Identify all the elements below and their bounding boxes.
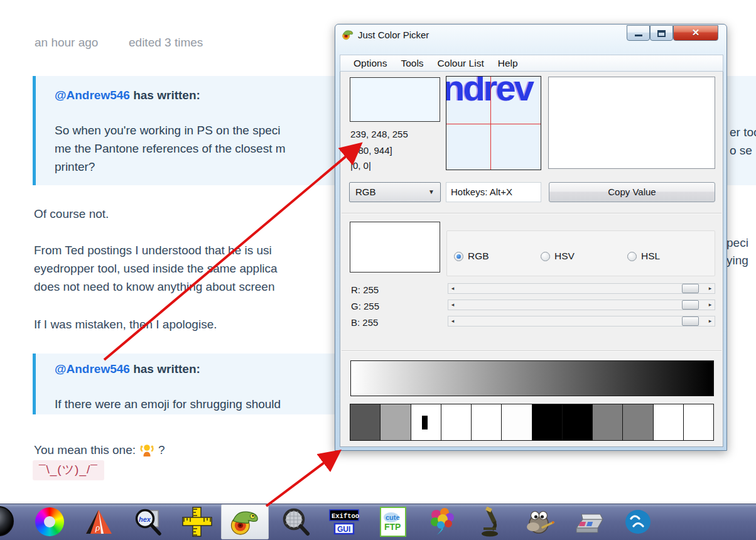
magnifier-preview: ndrev (446, 76, 541, 170)
prism-icon: ρ (85, 507, 114, 536)
svg-text:hex: hex (139, 516, 151, 523)
radio-label: HSL (641, 251, 660, 262)
slider-right-arrow-icon[interactable]: ▸ (706, 316, 715, 326)
menu-bar: Options Tools Colour List Help (340, 55, 723, 72)
quote-author-link[interactable]: @Andrew546 (55, 89, 130, 102)
swatch-cell[interactable] (593, 404, 623, 440)
format-select[interactable]: RGB▼ (349, 182, 441, 202)
slider-left-arrow-icon[interactable]: ◂ (448, 284, 457, 293)
svg-text:Exiftool: Exiftool (332, 512, 359, 520)
taskbar-icon-screen-ruler[interactable] (182, 506, 212, 537)
taskbar-icon-gimp[interactable] (525, 506, 555, 537)
radio-icon (541, 252, 550, 261)
quote-header: @Andrew546 has written: (55, 362, 200, 376)
menu-options[interactable]: Options (347, 56, 394, 71)
swatch-cell[interactable] (654, 404, 684, 440)
radio-label: HSV (554, 251, 575, 262)
chameleon-icon (230, 507, 259, 536)
menu-colour-list[interactable]: Colour List (431, 56, 491, 71)
taskbar-icon-cuteftp[interactable]: cute FTP (378, 506, 408, 537)
quote-author-link[interactable]: @Andrew546 (55, 362, 130, 375)
taskbar-icon-openoffice[interactable] (623, 506, 653, 537)
taskbar-icon-microscope[interactable] (476, 506, 506, 537)
swatch-cell[interactable] (472, 404, 502, 440)
picked-rgb-value: 239, 248, 255 (350, 129, 408, 139)
offset-value: |0, 0| (350, 160, 371, 171)
post-paragraph: You mean this one: ? (34, 443, 165, 458)
paragraph-fragment: ying (726, 254, 748, 267)
swatch-cell[interactable] (684, 404, 713, 440)
emoji-trail-text: ? (158, 443, 165, 457)
swatch-cell[interactable] (532, 404, 563, 440)
window-title: Just Color Picker (358, 30, 429, 40)
cursor-position-value: [580, 944] (350, 145, 392, 156)
taskbar-icon-brain[interactable] (427, 506, 457, 537)
radio-hsv[interactable]: HSV (541, 251, 575, 262)
radio-rgb[interactable]: RGB (454, 251, 489, 262)
radio-hsl[interactable]: HSL (627, 251, 660, 262)
desktop: an hour ago edited 3 times @Andrew546 ha… (0, 0, 756, 540)
menu-tools[interactable]: Tools (394, 56, 430, 71)
separator (342, 213, 721, 214)
grayscale-gradient-bar[interactable] (350, 360, 714, 396)
quote-verb: has written: (130, 362, 200, 375)
exiftool-gui-icon: Exiftool GUI (329, 507, 359, 537)
slider-thumb[interactable] (682, 284, 699, 293)
swatch-row (350, 404, 714, 441)
brain-icon (427, 507, 457, 537)
loupe-icon (281, 507, 311, 537)
svg-text:cute: cute (386, 514, 400, 521)
slider-thumb[interactable] (682, 316, 699, 326)
colour-list-box[interactable] (548, 77, 715, 169)
post-paragraph: Of course not. (34, 207, 335, 221)
taskbar-icon-just-color-picker-active[interactable] (221, 504, 269, 539)
swatch-cell[interactable] (563, 404, 593, 440)
taskbar-icon-prism[interactable]: ρ (84, 506, 114, 537)
quote-line: me the Pantone references of the closest… (55, 142, 338, 156)
post-timestamp[interactable]: an hour ago (35, 36, 98, 50)
microscope-icon (476, 507, 506, 537)
swatch-cell[interactable] (411, 404, 441, 440)
current-color-preview (350, 222, 440, 273)
close-icon: ✕ (674, 27, 718, 38)
swatch-cell[interactable] (623, 404, 653, 440)
slider-right-arrow-icon[interactable]: ▸ (706, 284, 715, 293)
red-slider[interactable]: ◂ ▸ (448, 283, 715, 294)
radio-icon (454, 252, 463, 261)
swatch-cell[interactable] (381, 404, 411, 440)
crosshair-horizontal (446, 124, 541, 124)
swatch-cell[interactable] (441, 404, 472, 440)
swatch-cell[interactable] (350, 404, 381, 440)
radio-icon (627, 252, 637, 261)
cuteftp-icon: cute FTP (378, 507, 408, 537)
slider-thumb[interactable] (682, 300, 699, 310)
swatch-cell[interactable] (502, 404, 532, 440)
slider-left-arrow-icon[interactable]: ◂ (448, 316, 457, 326)
format-select-value: RGB (355, 186, 376, 197)
taskbar-icon-color-wheel[interactable] (35, 506, 65, 537)
taskbar-icon-scanner[interactable] (574, 506, 604, 537)
menu-help[interactable]: Help (491, 56, 525, 71)
slider-right-arrow-icon[interactable]: ▸ (706, 300, 715, 310)
blue-slider[interactable]: ◂ ▸ (448, 316, 715, 327)
maximize-button[interactable] (650, 25, 673, 41)
just-color-picker-window[interactable]: Just Color Picker ✕ Options Tools Colour… (335, 24, 727, 451)
crosshair-vertical (490, 77, 491, 170)
copy-value-button[interactable]: Copy Value (549, 182, 715, 202)
close-button[interactable]: ✕ (673, 25, 718, 41)
taskbar-icon-hex-viewer[interactable]: hex (133, 506, 163, 537)
separator (342, 350, 721, 352)
svg-text:ρ: ρ (95, 522, 100, 532)
green-slider[interactable]: ◂ ▸ (448, 300, 715, 310)
minimize-button[interactable] (627, 25, 650, 41)
quote-block-2: @Andrew546 has written: If there were an… (33, 354, 335, 414)
slider-left-arrow-icon[interactable]: ◂ (448, 300, 457, 310)
hotkeys-field[interactable]: Hotkeys: Alt+X (446, 182, 541, 202)
quote-line: If there were an emoji for shrugging sho… (55, 397, 338, 411)
taskbar-icon-loupe[interactable] (281, 506, 311, 537)
emoji-lead-text: You mean this one: (34, 443, 136, 457)
taskbar-icon-exiftool-gui[interactable]: Exiftool GUI (329, 506, 359, 537)
scanner-icon (574, 507, 604, 537)
post-paragraph-line: From Ted postings I understood that he i… (34, 244, 335, 257)
shrug-kaomoji: ¯\_(ツ)_/¯ (33, 460, 104, 480)
